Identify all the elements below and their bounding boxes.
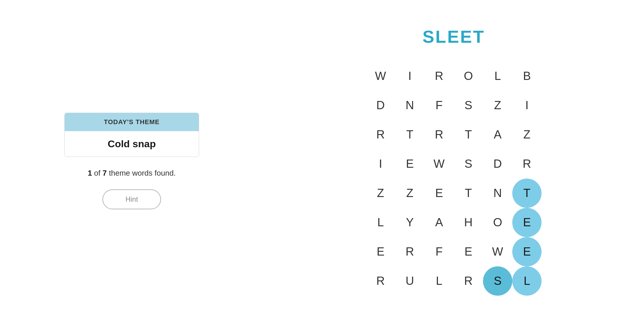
- grid-cell[interactable]: R: [512, 149, 542, 179]
- grid-cell[interactable]: R: [366, 266, 395, 296]
- grid-cell[interactable]: R: [424, 61, 454, 91]
- grid-cell[interactable]: Z: [512, 120, 542, 149]
- progress-of: of: [94, 169, 102, 177]
- grid-cell[interactable]: D: [483, 149, 512, 179]
- grid-cell[interactable]: E: [395, 149, 424, 179]
- grid-cell[interactable]: Z: [366, 179, 395, 208]
- grid-cell[interactable]: Y: [395, 208, 424, 237]
- grid-cell[interactable]: N: [483, 179, 512, 208]
- grid-cell[interactable]: T: [454, 179, 483, 208]
- grid-cell[interactable]: R: [424, 120, 454, 149]
- grid-cell[interactable]: L: [483, 61, 512, 91]
- progress-text: 1 of 7 theme words found.: [88, 169, 176, 178]
- theme-card: TODAY'S THEME Cold snap: [64, 113, 199, 157]
- grid-cell[interactable]: L: [512, 266, 542, 296]
- grid-cell[interactable]: O: [483, 208, 512, 237]
- theme-name: Cold snap: [108, 138, 156, 149]
- grid-cell[interactable]: L: [424, 266, 454, 296]
- grid-cell[interactable]: O: [454, 61, 483, 91]
- grid-cell[interactable]: F: [424, 237, 454, 266]
- grid-cell[interactable]: E: [366, 237, 395, 266]
- grid-cell[interactable]: S: [454, 149, 483, 179]
- grid-cell[interactable]: I: [395, 61, 424, 91]
- letter-grid[interactable]: WIROLBDNFSZIRTRTAZIEWSDRZZETNTLYAHOEERFE…: [366, 61, 542, 296]
- grid-cell[interactable]: W: [424, 149, 454, 179]
- grid-cell[interactable]: I: [366, 149, 395, 179]
- total-count: 7: [102, 169, 107, 177]
- puzzle-title: SLEET: [422, 27, 485, 47]
- grid-cell[interactable]: F: [424, 91, 454, 120]
- grid-cell[interactable]: E: [512, 237, 542, 266]
- main-container: TODAY'S THEME Cold snap 1 of 7 theme wor…: [0, 0, 644, 322]
- grid-cell[interactable]: R: [395, 237, 424, 266]
- grid-cell[interactable]: W: [366, 61, 395, 91]
- grid-cell[interactable]: S: [483, 266, 512, 296]
- grid-cell[interactable]: A: [424, 208, 454, 237]
- grid-cell[interactable]: L: [366, 208, 395, 237]
- progress-suffix: theme words found.: [109, 169, 176, 177]
- left-panel: TODAY'S THEME Cold snap 1 of 7 theme wor…: [0, 0, 263, 322]
- grid-cell[interactable]: N: [395, 91, 424, 120]
- grid-cell[interactable]: Z: [395, 179, 424, 208]
- grid-cell[interactable]: B: [512, 61, 542, 91]
- grid-cell[interactable]: U: [395, 266, 424, 296]
- grid-cell[interactable]: E: [424, 179, 454, 208]
- grid-cell[interactable]: D: [366, 91, 395, 120]
- theme-card-body: Cold snap: [65, 131, 199, 157]
- found-count: 1: [88, 169, 92, 177]
- hint-button[interactable]: Hint: [102, 189, 161, 209]
- grid-cell[interactable]: E: [454, 237, 483, 266]
- right-panel: SLEET WIROLBDNFSZIRTRTAZIEWSDRZZETNTLYAH…: [263, 0, 644, 322]
- grid-cell[interactable]: T: [454, 120, 483, 149]
- grid-cell[interactable]: T: [395, 120, 424, 149]
- grid-cell[interactable]: W: [483, 237, 512, 266]
- grid-cell[interactable]: S: [454, 91, 483, 120]
- theme-label: TODAY'S THEME: [104, 118, 160, 126]
- grid-cell[interactable]: E: [512, 208, 542, 237]
- grid-cell[interactable]: I: [512, 91, 542, 120]
- grid-cell[interactable]: H: [454, 208, 483, 237]
- theme-card-header: TODAY'S THEME: [65, 113, 199, 131]
- grid-cell[interactable]: R: [366, 120, 395, 149]
- grid-cell[interactable]: A: [483, 120, 512, 149]
- grid-cell[interactable]: Z: [483, 91, 512, 120]
- grid-cell[interactable]: T: [512, 179, 542, 208]
- grid-cell[interactable]: R: [454, 266, 483, 296]
